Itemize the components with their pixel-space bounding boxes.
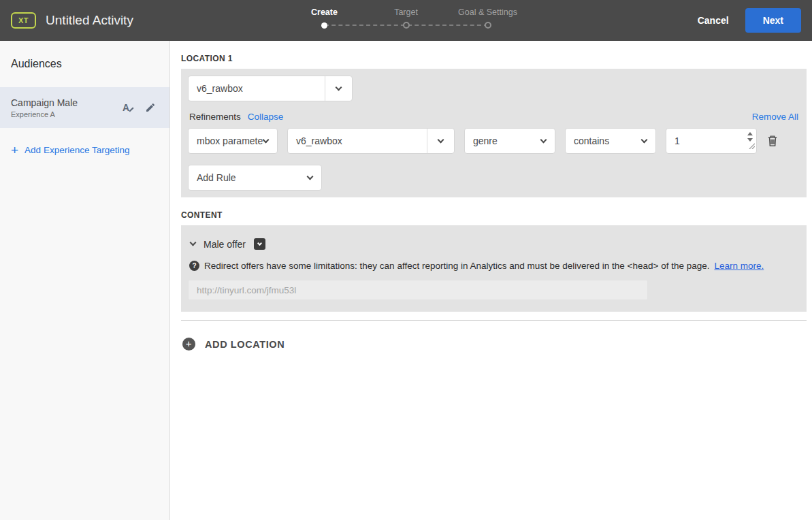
rename-experience-icon[interactable]: A [114, 102, 138, 113]
refinements-row: Refinements Collapse Remove All [189, 112, 798, 122]
step-goal-settings[interactable]: Goal & Settings [447, 7, 529, 17]
add-location-label: ADD LOCATION [205, 339, 285, 350]
chevron-down-icon [427, 129, 454, 153]
redirect-notice-row: ? Redirect offers have some limitations:… [188, 259, 800, 280]
main-content: LOCATION 1 v6_rawbox Refinements Collaps… [170, 41, 812, 520]
rule-value-field [666, 128, 757, 154]
chevron-down-icon [308, 177, 321, 179]
wizard-steps: Create Target Goal & Settings [284, 7, 529, 31]
top-bar: XT Untitled Activity Create Target Goal … [0, 0, 812, 41]
step-create[interactable]: Create [284, 7, 366, 17]
circle-plus-icon: + [182, 338, 195, 351]
location-heading: LOCATION 1 [181, 54, 807, 63]
rule-attribute-value: genre [465, 135, 541, 146]
audiences-heading: Audiences [11, 58, 169, 70]
redirect-notice-text: Redirect offers have some limitations: t… [204, 261, 709, 271]
activity-type-badge: XT [11, 12, 36, 29]
redirect-url-input[interactable] [188, 280, 648, 300]
delete-rule-button[interactable] [766, 134, 779, 149]
rule-type-select[interactable]: mbox parameter [188, 128, 278, 154]
refinements-label: Refinements [189, 112, 241, 122]
chevron-down-icon [642, 140, 655, 142]
rule-value-input[interactable] [666, 129, 756, 153]
rule-operator-value: contains [566, 135, 642, 146]
collapse-link[interactable]: Collapse [248, 112, 284, 122]
next-button[interactable]: Next [745, 8, 801, 33]
add-location-button[interactable]: + ADD LOCATION [181, 336, 286, 352]
plus-icon: + [11, 146, 18, 155]
offer-menu-icon[interactable] [254, 238, 265, 250]
audience-name: Campaign Male [11, 97, 114, 108]
add-experience-targeting-label: Add Experience Targeting [25, 145, 129, 155]
refinement-rule-row: mbox parameter v6_rawbox genre contains [188, 128, 800, 154]
step-target[interactable]: Target [366, 7, 447, 17]
step-dot-active-icon [321, 22, 327, 29]
rule-parameter-value: v6_rawbox [288, 135, 427, 146]
location-panel: v6_rawbox Refinements Collapse Remove Al… [181, 69, 807, 197]
step-dot-icon [403, 22, 410, 29]
offer-name: Male offer [204, 239, 246, 250]
rule-attribute-select[interactable]: genre [464, 128, 555, 154]
content-panel: Male offer ? Redirect offers have some l… [181, 225, 807, 312]
resize-handle-icon[interactable] [749, 140, 755, 152]
add-experience-targeting-link[interactable]: + Add Experience Targeting [11, 145, 169, 155]
rule-type-value: mbox parameter [189, 135, 263, 146]
remove-all-link[interactable]: Remove All [752, 112, 798, 122]
audience-list-item[interactable]: Campaign Male Experience A A [0, 87, 169, 128]
step-progress-track [284, 22, 529, 31]
chevron-down-icon [325, 76, 352, 101]
activity-title: Untitled Activity [46, 13, 133, 28]
audiences-sidebar: Audiences Campaign Male Experience A A +… [0, 41, 170, 520]
rule-parameter-combo[interactable]: v6_rawbox [287, 128, 455, 154]
chevron-down-icon [263, 140, 277, 142]
mbox-select[interactable]: v6_rawbox [188, 76, 353, 101]
experience-label: Experience A [11, 110, 114, 118]
section-divider [181, 320, 807, 321]
collapse-offer-chevron-icon[interactable] [191, 243, 195, 245]
step-dot-icon [485, 22, 491, 29]
mbox-select-value: v6_rawbox [189, 83, 325, 94]
edit-pencil-icon[interactable] [138, 102, 163, 113]
rule-operator-select[interactable]: contains [565, 128, 656, 154]
trash-icon [766, 134, 779, 147]
chevron-down-icon [541, 140, 555, 142]
cancel-button[interactable]: Cancel [688, 10, 738, 31]
content-heading: CONTENT [181, 210, 807, 220]
offer-row: Male offer [188, 232, 800, 259]
help-question-icon: ? [189, 261, 199, 271]
add-rule-select[interactable]: Add Rule [188, 165, 322, 191]
add-rule-label: Add Rule [189, 172, 308, 183]
stepper-up-icon[interactable] [747, 132, 753, 135]
topbar-actions: Cancel Next [688, 8, 801, 33]
learn-more-link[interactable]: Learn more. [714, 261, 764, 271]
